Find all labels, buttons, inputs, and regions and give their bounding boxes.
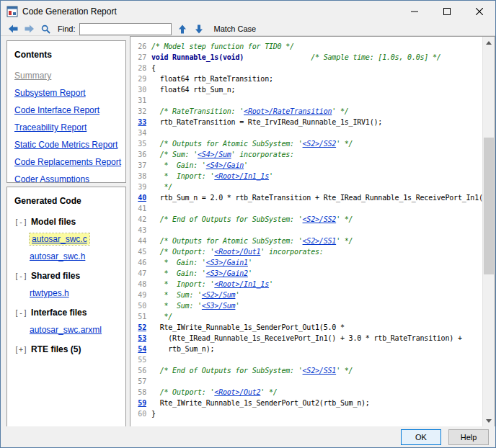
sidebar-item-traceability-report[interactable]: Traceability Report — [14, 122, 118, 133]
code-model-link[interactable]: <S2>/SS1 — [303, 237, 337, 245]
expander-icon[interactable]: [-] — [14, 218, 27, 226]
maximize-button[interactable] — [430, 1, 463, 22]
code-line: 36 /* Sum: '<S4>/Sum' incorporates: — [130, 149, 482, 160]
find-previous-icon[interactable] — [176, 23, 188, 35]
code-model-link[interactable]: <Root>/Out2 — [214, 388, 260, 396]
code-line: 56 /* End of Outputs for SubSystem: '<S2… — [130, 365, 482, 376]
code-model-link[interactable]: <S3>/Sum — [202, 302, 236, 310]
line-number-link[interactable]: 33 — [130, 117, 146, 127]
window-title: Code Generation Report — [22, 6, 117, 17]
code-model-link[interactable]: <S2>/SS2 — [303, 140, 337, 148]
code-line: 34 — [130, 127, 482, 138]
line-number: 55 — [130, 354, 146, 365]
code-line: 29 float64 rtb_RateTransition; — [130, 73, 482, 84]
code-line: 52 Rte_IWrite_Runnable_1s_SenderPort_Out… — [130, 322, 482, 333]
line-number: 46 — [130, 257, 146, 268]
file-group-shared-files: [-]Shared files — [14, 271, 118, 281]
code-model-link[interactable]: <Root>/Out1 — [214, 248, 260, 256]
code-line: 54 rtb_Sum_n); — [130, 344, 482, 354]
scroll-up-icon[interactable] — [483, 37, 495, 49]
contents-heading: Contents — [14, 50, 118, 60]
code-model-link[interactable]: <S2>/SS2 — [303, 215, 337, 223]
code-model-link[interactable]: <S4>/Sum — [198, 151, 231, 158]
line-number: 51 — [130, 311, 146, 322]
line-number: 47 — [130, 268, 146, 279]
line-number: 43 — [130, 225, 146, 236]
code-line: 30 float64 rtb_Sum_n; — [130, 84, 482, 95]
code-model-link[interactable]: <Root>/In1_1s — [214, 280, 269, 288]
code-line: 27void Runnable_1s(void) /* Sample time:… — [130, 52, 482, 63]
line-number: 28 — [130, 63, 146, 73]
line-number-link[interactable]: 52 — [130, 322, 146, 333]
code-line: 33 rtb_RateTransition = Rte_IrvIRead_Run… — [130, 117, 482, 127]
code-line: 43 — [130, 225, 482, 236]
app-icon — [6, 6, 18, 17]
code-line: 51 */ — [130, 311, 482, 322]
sidebar-item-summary[interactable]: Summary — [14, 71, 118, 81]
line-number-link[interactable]: 59 — [130, 398, 146, 408]
code-line: 41 — [130, 203, 482, 214]
search-icon — [40, 23, 52, 35]
line-number-link[interactable]: 54 — [130, 344, 146, 354]
code-model-link[interactable]: <Root>/RateTransition — [244, 107, 332, 115]
find-label: Find: — [58, 24, 75, 33]
back-icon[interactable] — [6, 23, 19, 35]
line-number: 57 — [130, 376, 146, 387]
code-model-link[interactable]: <S3>/Gain2 — [206, 269, 248, 277]
code-line: 50 * Sum: '<S3>/Sum' — [130, 300, 482, 311]
code-line: 38 * Inport: '<Root>/In1_1s' — [130, 171, 482, 182]
line-number: 26 — [130, 41, 146, 52]
sidebar-item-code-replacements-report[interactable]: Code Replacements Report — [14, 157, 118, 167]
close-button[interactable] — [463, 1, 495, 22]
file-group-label: RTE files (5) — [31, 344, 81, 354]
code-lines: 26/* Model step function for TID0 */27vo… — [130, 37, 482, 427]
vertical-scrollbar[interactable] — [482, 37, 495, 427]
sidebar-item-coder-assumptions[interactable]: Coder Assumptions — [14, 174, 118, 183]
line-number-link[interactable]: 53 — [130, 333, 146, 344]
sidebar-item-static-code-metrics-report[interactable]: Static Code Metrics Report — [14, 140, 118, 150]
file-link-autosar-swc-arxml[interactable]: autosar_swc.arxml — [30, 325, 102, 335]
match-case-toggle[interactable]: Match Case — [213, 24, 256, 33]
line-number: 44 — [130, 236, 146, 246]
scroll-down-icon[interactable] — [483, 415, 495, 427]
code-model-link[interactable]: <S2>/SS1 — [303, 367, 337, 375]
help-button[interactable]: Help — [448, 429, 489, 445]
expander-icon[interactable]: [-] — [14, 272, 27, 280]
expander-icon[interactable]: [+] — [14, 346, 27, 354]
expander-icon[interactable]: [-] — [14, 309, 27, 317]
line-number: 27 — [130, 52, 146, 63]
line-number: 58 — [130, 387, 146, 398]
file-link-autosar-swc-h[interactable]: autosar_swc.h — [30, 251, 85, 261]
line-number: 32 — [130, 106, 146, 117]
code-line: 60} — [130, 408, 482, 419]
forward-icon[interactable] — [23, 23, 35, 35]
generated-code-heading: Generated Code — [14, 196, 118, 206]
sidebar-item-subsystem-report[interactable]: Subsystem Report — [14, 88, 118, 98]
file-link-rtwtypes-h[interactable]: rtwtypes.h — [30, 288, 69, 298]
code-model-link[interactable]: <S3>/Gain1 — [206, 259, 248, 266]
window-controls — [398, 1, 495, 22]
file-group-model-files: [-]Model files — [14, 217, 118, 227]
title-bar: Code Generation Report — [1, 1, 495, 22]
code-line: 32 /* RateTransition: '<Root>/RateTransi… — [130, 106, 482, 117]
line-number: 35 — [130, 138, 146, 149]
code-line: 53 (Rte_IRead_Runnable_1s_ReceivePort_In… — [130, 333, 482, 344]
code-model-link[interactable]: <S2>/Sum — [202, 291, 236, 299]
line-number-link[interactable]: 40 — [130, 192, 146, 203]
file-group-interface-files: [-]Interface files — [14, 308, 118, 318]
scrollbar-thumb[interactable] — [484, 138, 494, 274]
file-link-autosar-swc-c[interactable]: autosar_swc.c — [30, 233, 89, 245]
minimize-button[interactable] — [398, 1, 430, 22]
contents-list: SummarySubsystem ReportCode Interface Re… — [14, 71, 118, 183]
ok-button[interactable]: OK — [401, 429, 441, 445]
find-next-icon[interactable] — [192, 23, 205, 35]
line-number: 60 — [130, 408, 146, 419]
bottom-bar: OK Help — [1, 426, 495, 447]
line-number: 38 — [130, 171, 146, 182]
code-model-link[interactable]: <S4>/Gain — [206, 161, 244, 169]
line-number: 34 — [130, 127, 146, 138]
sidebar-item-code-interface-report[interactable]: Code Interface Report — [14, 105, 118, 115]
code-line: 49 * Sum: '<S2>/Sum' — [130, 290, 482, 300]
find-input[interactable] — [79, 23, 172, 35]
code-model-link[interactable]: <Root>/In1_1s — [214, 172, 269, 180]
